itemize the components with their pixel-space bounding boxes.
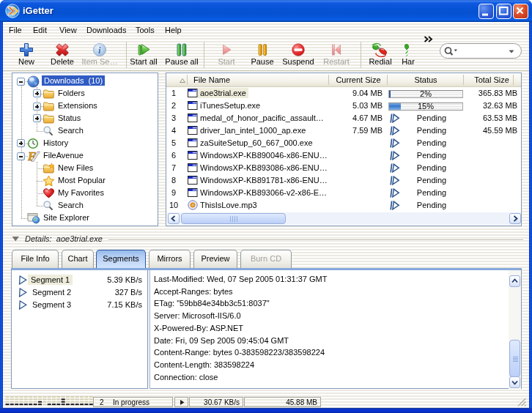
svg-text:F: F bbox=[27, 150, 36, 163]
